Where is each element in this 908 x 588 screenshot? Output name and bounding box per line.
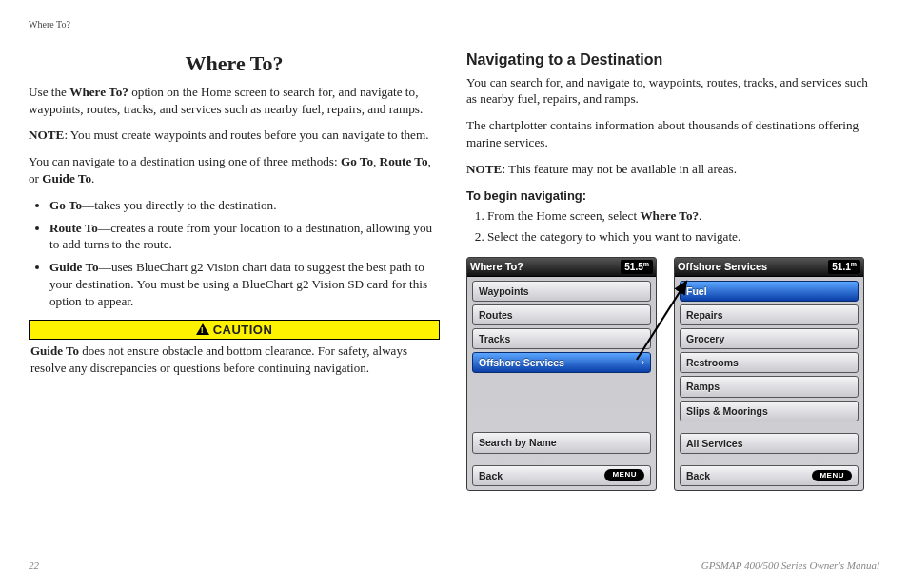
running-header: Where To? bbox=[29, 19, 70, 29]
label: Offshore Services bbox=[479, 357, 564, 368]
spacer bbox=[680, 424, 859, 430]
spacer bbox=[472, 376, 651, 429]
warning-icon bbox=[196, 323, 209, 335]
term: Guide To bbox=[30, 343, 79, 358]
menu-restrooms[interactable]: Restrooms bbox=[680, 352, 859, 373]
menu-offshore-services[interactable]: Offshore Services › bbox=[472, 352, 651, 373]
device-menu-list: Fuel Repairs Grocery Restrooms Ramps Sli… bbox=[675, 277, 863, 490]
caution-label: CAUTION bbox=[213, 323, 273, 337]
method-list: Go To—takes you directly to the destinat… bbox=[42, 197, 440, 310]
menu-tracks[interactable]: Tracks bbox=[472, 328, 651, 349]
right-p2: The chartplotter contains information ab… bbox=[466, 117, 879, 151]
term: Go To bbox=[49, 198, 82, 212]
caution-bar: CAUTION bbox=[29, 320, 440, 341]
term: Route To bbox=[49, 221, 98, 235]
depth-value: 51.1 bbox=[832, 262, 850, 272]
page: Where To? Where To? Use the Where To? op… bbox=[0, 0, 908, 588]
spacer bbox=[472, 457, 651, 462]
caution-body: Guide To does not ensure obstacle and bo… bbox=[29, 340, 440, 382]
term: Guide To bbox=[49, 260, 99, 274]
methods-paragraph: You can navigate to a destination using … bbox=[29, 153, 440, 187]
note-paragraph: NOTE: You must create waypoints and rout… bbox=[29, 127, 440, 144]
spacer bbox=[680, 457, 859, 462]
text: : You must create waypoints and routes b… bbox=[64, 127, 428, 142]
text: does not ensure obstacle and bottom clea… bbox=[30, 343, 407, 375]
steps-title: To begin navigating: bbox=[466, 187, 879, 205]
page-title: Where To? bbox=[29, 49, 440, 78]
page-number: 22 bbox=[29, 559, 39, 571]
device-header: Offshore Services 51.1m bbox=[675, 258, 863, 277]
screen-title: Offshore Services bbox=[678, 260, 767, 274]
page-footer: 22 GPSMAP 400/500 Series Owner's Manual bbox=[29, 559, 879, 571]
list-item: Guide To—uses BlueChart g2 Vision chart … bbox=[49, 259, 440, 309]
menu-back[interactable]: Back MENU bbox=[680, 465, 859, 486]
note-label: NOTE bbox=[466, 162, 502, 176]
device-menu-list: Waypoints Routes Tracks Offshore Service… bbox=[467, 277, 656, 490]
menu-ramps[interactable]: Ramps bbox=[680, 376, 859, 397]
menu-all-services[interactable]: All Services bbox=[680, 433, 859, 454]
guide-to-bold: Guide To bbox=[42, 171, 91, 186]
depth-value: 51.5 bbox=[624, 262, 642, 272]
depth-badge: 51.1m bbox=[828, 260, 860, 274]
menu-search-by-name[interactable]: Search by Name bbox=[472, 432, 651, 453]
right-note: NOTE: This feature may not be available … bbox=[466, 161, 879, 178]
right-column: Navigating to a Destination You can sear… bbox=[466, 49, 879, 491]
go-to-bold: Go To bbox=[341, 154, 373, 168]
label: Back bbox=[686, 469, 710, 482]
menu-pill: MENU bbox=[604, 469, 644, 481]
text: From the Home screen, select bbox=[487, 208, 640, 223]
def: —uses BlueChart g2 Vision chart data to … bbox=[49, 260, 427, 308]
text: You can navigate to a destination using … bbox=[29, 154, 341, 168]
section-title: Navigating to a Destination bbox=[466, 49, 879, 70]
list-item: Route To—creates a route from your locat… bbox=[49, 220, 440, 254]
text: , bbox=[373, 154, 380, 168]
menu-repairs[interactable]: Repairs bbox=[680, 304, 859, 325]
manual-title: GPSMAP 400/500 Series Owner's Manual bbox=[701, 559, 879, 571]
intro-paragraph: Use the Where To? option on the Home scr… bbox=[29, 84, 440, 118]
content-columns: Where To? Use the Where To? option on th… bbox=[29, 49, 879, 491]
text: : This feature may not be available in a… bbox=[502, 162, 737, 176]
menu-back[interactable]: Back MENU bbox=[472, 465, 651, 486]
device-offshore-services: Offshore Services 51.1m Fuel Repairs Gro… bbox=[674, 257, 864, 491]
def: —creates a route from your location to a… bbox=[49, 221, 432, 252]
list-item: From the Home screen, select Where To?. bbox=[487, 207, 879, 225]
route-to-bold: Route To bbox=[380, 154, 428, 168]
label: Fuel bbox=[686, 285, 707, 297]
list-item: Go To—takes you directly to the destinat… bbox=[49, 197, 440, 214]
device-screenshots: Where To? 51.5m Waypoints Routes Tracks … bbox=[466, 257, 879, 491]
text: . bbox=[699, 208, 701, 223]
label: Back bbox=[479, 469, 503, 482]
depth-badge: 51.5m bbox=[621, 260, 653, 274]
note-label: NOTE bbox=[29, 127, 64, 142]
text: . bbox=[91, 171, 94, 186]
where-to-bold: Where To? bbox=[69, 85, 128, 99]
def: —takes you directly to the destination. bbox=[82, 198, 276, 212]
menu-pill: MENU bbox=[812, 470, 852, 482]
device-where-to: Where To? 51.5m Waypoints Routes Tracks … bbox=[466, 257, 657, 491]
menu-routes[interactable]: Routes bbox=[472, 304, 651, 325]
menu-fuel[interactable]: Fuel bbox=[680, 281, 859, 302]
list-item: Select the category to which you want to… bbox=[487, 228, 879, 245]
menu-grocery[interactable]: Grocery bbox=[680, 328, 859, 349]
right-p1: You can search for, and navigate to, way… bbox=[466, 74, 879, 108]
text: Use the bbox=[29, 85, 69, 99]
chevron-right-icon: › bbox=[642, 356, 644, 369]
device-header: Where To? 51.5m bbox=[467, 258, 656, 277]
where-to-bold: Where To? bbox=[640, 208, 699, 223]
screen-title: Where To? bbox=[470, 260, 523, 274]
left-column: Where To? Use the Where To? option on th… bbox=[29, 49, 440, 491]
menu-waypoints[interactable]: Waypoints bbox=[472, 281, 651, 302]
steps-list: From the Home screen, select Where To?. … bbox=[484, 207, 879, 245]
menu-slips-moorings[interactable]: Slips & Moorings bbox=[680, 401, 859, 421]
